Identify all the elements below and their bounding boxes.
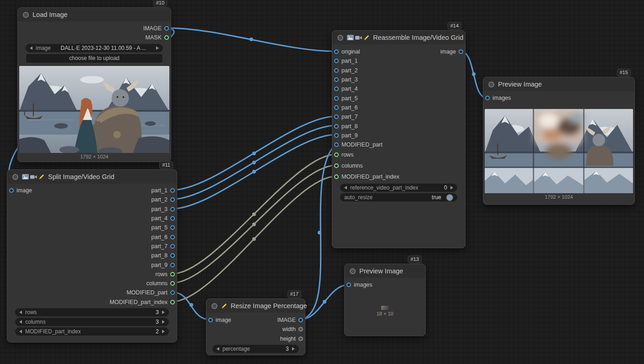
input-slot-part-6[interactable]: part_6 <box>332 103 465 112</box>
prev-arrow-icon[interactable] <box>19 320 22 324</box>
node-reassemble-grid[interactable]: #14 Reassemble Image/Video Grid image or… <box>332 30 465 248</box>
node-resize-image-percentage[interactable]: #17 Resize Image Percentage image IMAGE … <box>206 299 305 355</box>
output-slot-part-9[interactable]: part_9 <box>7 260 177 269</box>
output-dot[interactable] <box>298 318 303 322</box>
input-slot-modified-part[interactable]: MODIFIED_part <box>332 140 465 149</box>
input-dot[interactable] <box>485 96 490 100</box>
input-dot[interactable] <box>334 59 339 63</box>
modified-part-index-widget[interactable]: MODIFIED_part_index 2 <box>15 327 169 336</box>
output-dot[interactable] <box>170 300 175 304</box>
output-dot[interactable] <box>170 263 175 267</box>
input-slot-part-4[interactable]: part_4 <box>332 84 465 93</box>
image-combo[interactable]: image DALL·E 2023-12-30 11.00.59 - A ... <box>26 44 163 52</box>
node-titlebar[interactable]: Preview Image <box>345 264 425 278</box>
output-dot[interactable] <box>170 244 175 249</box>
output-dot[interactable] <box>170 253 175 258</box>
output-dot[interactable] <box>170 225 175 230</box>
output-dot[interactable] <box>298 337 303 341</box>
output-dot[interactable] <box>170 272 175 277</box>
input-slot-images[interactable]: images <box>483 93 634 103</box>
output-slot-mask[interactable]: MASK <box>18 33 171 42</box>
input-dot[interactable] <box>346 283 351 287</box>
collapse-dot[interactable] <box>211 303 217 309</box>
reference-video-part-index-widget[interactable]: reference_video_part_index 0 <box>340 184 457 192</box>
node-preview-image-13[interactable]: #13 Preview Image images 18 × 10 <box>344 264 426 336</box>
toggle-knob[interactable] <box>446 194 453 201</box>
node-titlebar[interactable]: Split Image/Video Grid <box>7 170 177 184</box>
output-slot-part-8[interactable]: part_8 <box>7 251 177 260</box>
node-titlebar[interactable]: Preview Image <box>483 77 634 91</box>
prev-arrow-icon[interactable] <box>344 186 347 190</box>
columns-widget[interactable]: columns 3 <box>15 318 169 326</box>
input-slot-part-3[interactable]: part_3 <box>332 75 465 84</box>
output-dot[interactable] <box>170 290 175 295</box>
input-dot[interactable] <box>334 96 339 101</box>
output-slot-columns[interactable]: columns <box>7 279 177 288</box>
prev-arrow-icon[interactable] <box>19 310 22 314</box>
next-arrow-icon[interactable] <box>162 330 165 333</box>
prev-arrow-icon[interactable] <box>19 330 22 333</box>
input-slot-rows[interactable]: rows <box>332 149 465 160</box>
output-dot[interactable] <box>170 197 175 202</box>
output-slot-part-3[interactable]: part_3 <box>7 205 177 214</box>
input-slot-modified-part-index[interactable]: MODIFIED_part_index <box>332 171 465 182</box>
input-dot[interactable] <box>334 124 339 129</box>
input-slot-images[interactable]: images <box>345 280 425 289</box>
collapse-dot[interactable] <box>350 268 356 274</box>
input-slot-part-5[interactable]: part_5 <box>332 93 465 103</box>
output-dot[interactable] <box>170 207 175 212</box>
node-titlebar[interactable]: Reassemble Image/Video Grid <box>332 31 465 44</box>
node-titlebar[interactable]: Resize Image Percentage <box>206 299 305 313</box>
input-dot[interactable] <box>334 77 339 82</box>
output-dot[interactable] <box>298 327 303 331</box>
percentage-widget[interactable]: percentage 3 <box>212 345 299 353</box>
input-dot[interactable] <box>334 49 339 54</box>
auto-resize-widget[interactable]: auto_resize true <box>340 193 457 201</box>
prev-arrow-icon[interactable] <box>30 46 32 50</box>
input-slot-part-1[interactable]: part_1 <box>332 56 465 65</box>
output-slot-height[interactable]: height <box>206 334 305 343</box>
output-dot[interactable] <box>170 188 175 193</box>
output-slot-image[interactable]: image <box>438 47 465 56</box>
output-slot-part-4[interactable]: part_4 <box>7 214 177 223</box>
input-dot[interactable] <box>208 318 213 322</box>
input-slot-image[interactable]: image <box>206 315 233 325</box>
output-dot[interactable] <box>170 216 175 221</box>
input-dot[interactable] <box>334 133 339 138</box>
input-dot[interactable] <box>334 174 339 179</box>
node-split-grid[interactable]: #11 Split Image/Video Grid image part_1 … <box>7 169 177 342</box>
input-dot[interactable] <box>334 87 339 91</box>
output-slot-rows[interactable]: rows <box>7 270 177 279</box>
output-slot-image[interactable]: IMAGE <box>18 24 171 33</box>
output-slot-part-7[interactable]: part_7 <box>7 242 177 251</box>
input-dot[interactable] <box>334 114 339 119</box>
collapse-dot[interactable] <box>488 81 494 87</box>
upload-button[interactable]: choose file to upload <box>26 54 163 63</box>
input-slot-image[interactable]: image <box>7 186 34 195</box>
rows-widget[interactable]: rows 3 <box>15 308 169 316</box>
next-arrow-icon[interactable] <box>162 310 165 314</box>
next-arrow-icon[interactable] <box>450 186 453 190</box>
node-preview-image-15[interactable]: #15 Preview Image images <box>483 77 635 205</box>
input-slot-part-9[interactable]: part_9 <box>332 131 465 140</box>
node-titlebar[interactable]: Load Image <box>18 8 171 22</box>
output-slot-part-2[interactable]: part_2 <box>7 195 177 204</box>
input-dot[interactable] <box>9 188 14 193</box>
input-dot[interactable] <box>334 105 339 110</box>
collapse-dot[interactable] <box>12 174 18 180</box>
output-slot-width[interactable]: width <box>206 325 305 334</box>
output-dot[interactable] <box>164 26 169 31</box>
node-load-image[interactable]: #10 Load Image IMAGE MASK image DALL·E 2… <box>17 7 171 162</box>
prev-arrow-icon[interactable] <box>216 347 219 351</box>
input-dot[interactable] <box>334 142 339 147</box>
input-dot[interactable] <box>334 152 339 157</box>
output-slot-part-5[interactable]: part_5 <box>7 223 177 232</box>
output-dot[interactable] <box>170 281 175 286</box>
output-dot[interactable] <box>170 235 175 239</box>
next-arrow-icon[interactable] <box>156 46 159 50</box>
output-slot-part-6[interactable]: part_6 <box>7 232 177 241</box>
next-arrow-icon[interactable] <box>162 320 165 324</box>
input-dot[interactable] <box>334 68 339 73</box>
input-dot[interactable] <box>334 163 339 168</box>
output-slot-modified-part[interactable]: MODIFIED_part <box>7 288 177 297</box>
